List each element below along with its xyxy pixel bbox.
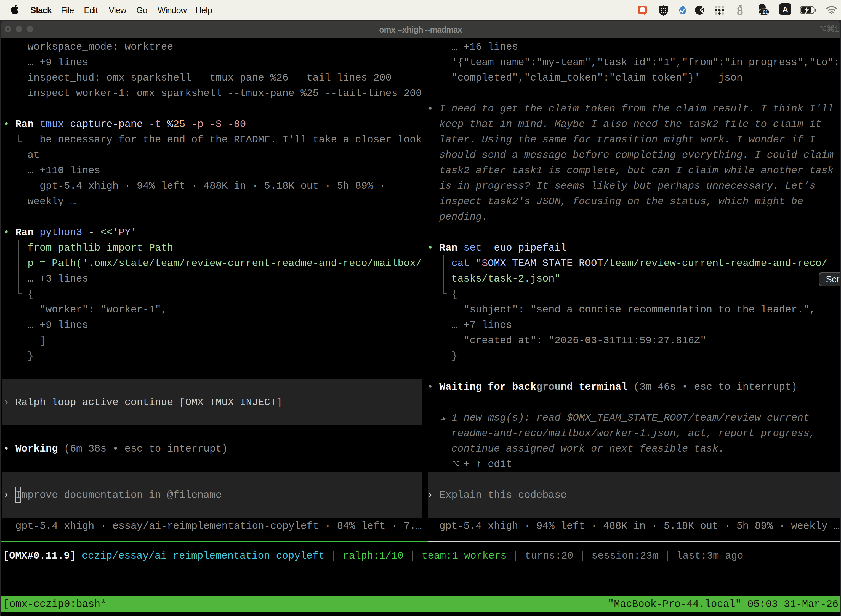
svg-text:..61: ..61 — [760, 10, 768, 15]
svg-text:A: A — [782, 5, 788, 14]
